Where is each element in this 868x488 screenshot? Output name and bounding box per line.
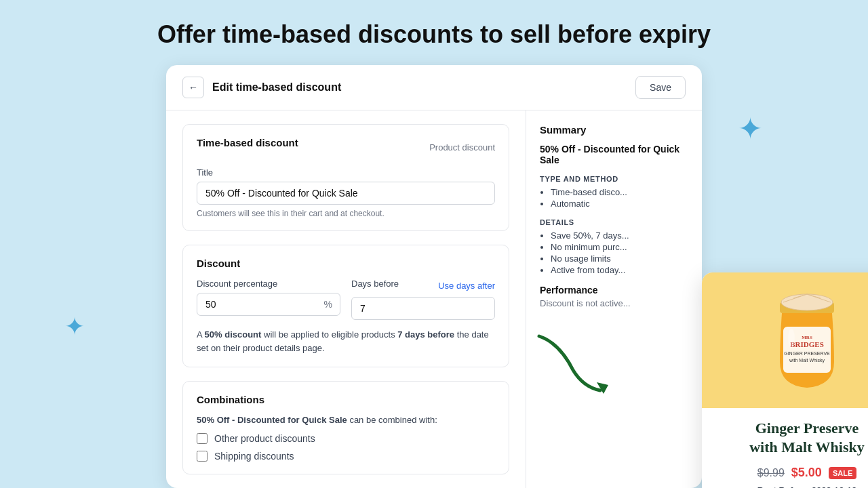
svg-text:BRIDGES: BRIDGES: [790, 340, 824, 348]
discount-description: A 50% discount will be applied to eligib…: [197, 328, 495, 354]
svg-text:MRS: MRS: [802, 335, 812, 340]
page-heading: Offer time-based discounts to sell befor…: [0, 0, 868, 65]
title-hint: Customers will see this in their cart an…: [197, 209, 495, 218]
checkbox-shipping-label: Shipping discounts: [214, 451, 294, 462]
summary-type-list: Time-based disco... Automatic: [540, 187, 688, 209]
checkbox-other-product-label: Other product discounts: [214, 433, 315, 444]
checkbox-shipping-input[interactable]: [197, 451, 208, 462]
back-button[interactable]: ←: [182, 77, 204, 98]
desc-a: A: [197, 329, 205, 340]
time-based-discount-section: Time-based discount Product discount Tit…: [182, 124, 509, 231]
desc-b: will be applied to eligible products: [261, 329, 397, 340]
summary-detail-3: Active from today...: [551, 265, 688, 275]
days-before-field: Days before Use days after: [351, 279, 495, 320]
performance-status: Discount is not active...: [540, 298, 688, 308]
discount-row: Discount percentage % Days before Use da…: [197, 279, 495, 320]
percentage-label: Discount percentage: [197, 279, 340, 289]
popup-image-area: MRS BRIDGES GINGER PRESERVE with Malt Wh…: [702, 272, 868, 408]
summary-type-method-label: TYPE AND METHOD: [540, 175, 688, 183]
summary-details-label: DETAILS: [540, 218, 688, 226]
percentage-field: Discount percentage %: [197, 279, 340, 320]
days-input[interactable]: [351, 297, 495, 320]
popup-product-name: Ginger Preservewith Malt Whisky: [715, 419, 868, 458]
days-before-header: Days before Use days after: [351, 279, 495, 293]
svg-point-12: [788, 329, 795, 348]
summary-detail-2: No usage limits: [551, 253, 688, 264]
checkbox-shipping: Shipping discounts: [197, 451, 495, 462]
title-field: Title Customers will see this in their c…: [197, 167, 495, 218]
summary-detail-0: Save 50%, 7 days...: [551, 230, 688, 241]
summary-title: Summary: [540, 124, 688, 136]
combinations-title: Combinations: [197, 394, 495, 405]
jar-image: MRS BRIDGES GINGER PRESERVE with Malt Wh…: [770, 287, 844, 392]
summary-type-item-1: Automatic: [551, 199, 688, 209]
popup-price-row: $9.99 $5.00 SALE: [715, 466, 868, 480]
summary-details-list: Save 50%, 7 days... No minimum purc... N…: [540, 230, 688, 275]
checkbox-other-product-input[interactable]: [197, 433, 208, 444]
star-decoration-left: ✦: [64, 314, 85, 339]
save-button[interactable]: Save: [635, 76, 686, 99]
back-icon: ←: [189, 82, 198, 93]
card-header: ← Edit time-based discount Save: [166, 65, 702, 110]
time-based-section-title: Time-based discount: [197, 137, 298, 148]
product-popup: × MRS BRIDGES GINGER PRESERVE wit: [702, 272, 868, 488]
performance-title: Performance: [540, 285, 688, 296]
discount-section-title: Discount: [197, 258, 495, 269]
summary-type-item-0: Time-based disco...: [551, 187, 688, 197]
title-label: Title: [197, 167, 495, 178]
svg-text:with Malt Whisky: with Malt Whisky: [789, 358, 825, 363]
use-days-after-link[interactable]: Use days after: [438, 281, 495, 291]
best-before-label: Best Before: [757, 485, 807, 488]
summary-discount-name: 50% Off - Discounted for Quick Sale: [540, 144, 688, 165]
main-card: ← Edit time-based discount Save Time-bas…: [166, 65, 702, 488]
product-discount-label: Product discount: [429, 142, 495, 152]
checkbox-other-product: Other product discounts: [197, 433, 495, 444]
sale-badge: SALE: [829, 467, 856, 479]
combinations-text: can be combined with:: [347, 415, 437, 425]
percentage-input-wrapper: %: [197, 293, 340, 316]
performance-box: Performance Discount is not active...: [540, 285, 688, 308]
svg-text:GINGER PRESERVE: GINGER PRESERVE: [784, 351, 830, 356]
combinations-desc: 50% Off - Discounted for Quick Sale can …: [197, 415, 495, 425]
popup-best-before: Best Before: 2023-12-12: [715, 485, 868, 488]
right-panel: Summary 50% Off - Discounted for Quick S…: [526, 110, 702, 488]
desc-bold1: 50% discount: [205, 329, 262, 340]
percentage-input[interactable]: [197, 293, 340, 316]
best-before-date: 2023-12-12: [812, 485, 857, 488]
popup-original-price: $9.99: [757, 467, 785, 479]
left-panel: Time-based discount Product discount Tit…: [166, 110, 526, 488]
star-decoration-right: ✦: [738, 114, 763, 144]
desc-bold2: 7 days before: [397, 329, 454, 340]
popup-content: Ginger Preservewith Malt Whisky $9.99 $5…: [702, 408, 868, 488]
combinations-section: Combinations 50% Off - Discounted for Qu…: [182, 381, 509, 474]
card-title: Edit time-based discount: [212, 81, 341, 94]
discount-section: Discount Discount percentage % Days befo…: [182, 245, 509, 367]
section-header-row: Time-based discount Product discount: [197, 137, 495, 158]
title-input[interactable]: [197, 182, 495, 205]
percentage-suffix: %: [324, 299, 332, 310]
combinations-bold: 50% Off - Discounted for Quick Sale: [197, 415, 347, 425]
card-header-left: ← Edit time-based discount: [182, 77, 341, 98]
svg-point-2: [781, 294, 833, 310]
card-body: Time-based discount Product discount Tit…: [166, 110, 702, 488]
days-label: Days before: [351, 279, 399, 289]
popup-sale-price: $5.00: [791, 466, 822, 480]
summary-detail-1: No minimum purc...: [551, 242, 688, 252]
